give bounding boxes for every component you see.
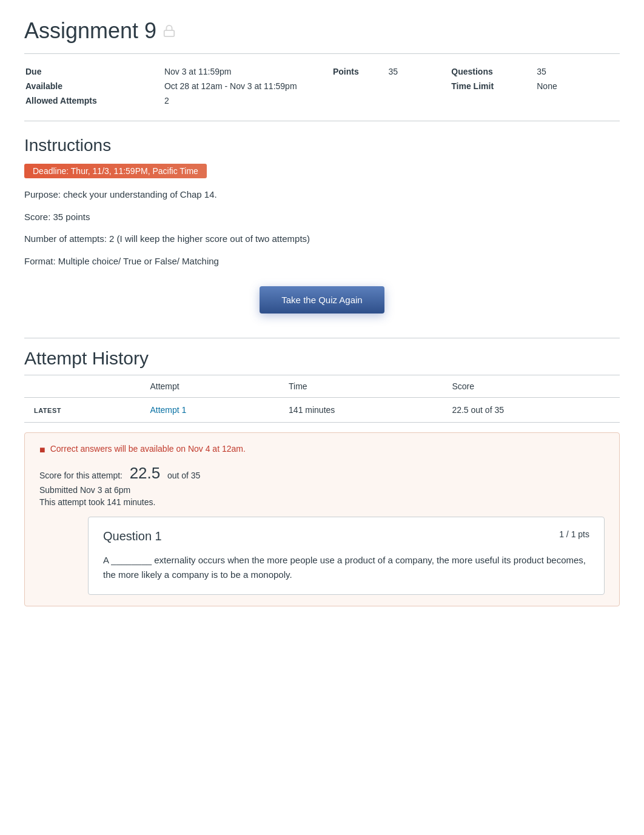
meta-attempts-label: Allowed Attempts: [25, 94, 163, 107]
question-box: Question 1 1 / 1 pts A ________ external…: [88, 517, 605, 595]
attempt-history-table: Attempt Time Score LATEST Attempt 1 141 …: [24, 375, 620, 423]
col-attempt: Attempt: [140, 375, 279, 398]
take-quiz-again-button[interactable]: Take the Quiz Again: [260, 286, 384, 314]
quiz-divider: [24, 338, 620, 338]
meta-attempts-value: 2: [164, 94, 332, 107]
submitted-line: Submitted Nov 3 at 6pm: [39, 485, 605, 495]
notice-text: Correct answers will be available on Nov…: [50, 444, 246, 454]
instructions-purpose: Purpose: check your understanding of Cha…: [24, 188, 620, 202]
attempt-link[interactable]: Attempt 1: [150, 405, 186, 415]
info-icon: ■: [39, 444, 45, 455]
meta-divider: [24, 121, 620, 121]
score-label: Score for this attempt:: [39, 471, 122, 480]
correct-answers-notice: ■ Correct answers will be available on N…: [39, 444, 605, 455]
quiz-button-container: Take the Quiz Again: [24, 286, 620, 314]
meta-points-label: Points: [333, 65, 387, 78]
meta-due-label: Due: [25, 65, 163, 78]
page-title: Assignment 9: [24, 18, 620, 44]
question-title: Question 1: [103, 529, 162, 543]
meta-table: Due Nov 3 at 11:59pm Points 35 Questions…: [24, 64, 620, 109]
title-divider: [24, 53, 620, 54]
col-badge: [24, 375, 140, 398]
attempt-detail-box: ■ Correct answers will be available on N…: [24, 432, 620, 606]
meta-timelimit-label: Time Limit: [451, 79, 535, 93]
col-time: Time: [279, 375, 442, 398]
time-taken-line: This attempt took 141 minutes.: [39, 497, 605, 507]
instructions-title: Instructions: [24, 136, 620, 155]
meta-questions-value: 35: [537, 65, 619, 78]
lock-icon: [163, 24, 176, 38]
score-value: 22.5: [130, 464, 161, 482]
col-score: Score: [442, 375, 620, 398]
latest-badge: LATEST: [34, 407, 61, 414]
meta-timelimit-value: None: [537, 79, 619, 93]
meta-points-value: 35: [388, 65, 450, 78]
instructions-score: Score: 35 points: [24, 210, 620, 224]
deadline-badge: Deadline: Thur, 11/3, 11:59PM, Pacific T…: [24, 164, 207, 178]
attempt-history-title: Attempt History: [24, 348, 620, 369]
question-header: Question 1 1 / 1 pts: [103, 529, 589, 543]
question-text: A ________ externality occurs when the m…: [103, 553, 589, 582]
svg-rect-0: [164, 30, 175, 36]
meta-due-value: Nov 3 at 11:59pm: [164, 65, 332, 78]
score-out-of: out of 35: [167, 471, 201, 480]
meta-available-label: Available: [25, 79, 163, 93]
score-line: Score for this attempt: 22.5 out of 35: [39, 464, 605, 483]
attempt-time: 141 minutes: [279, 398, 442, 423]
meta-available-value: Oct 28 at 12am - Nov 3 at 11:59pm: [164, 79, 450, 93]
attempt-score: 22.5 out of 35: [442, 398, 620, 423]
question-pts: 1 / 1 pts: [559, 529, 589, 539]
meta-questions-label: Questions: [451, 65, 535, 78]
instructions-format: Format: Multiple choice/ True or False/ …: [24, 255, 620, 269]
instructions-attempts: Number of attempts: 2 (I will keep the h…: [24, 232, 620, 246]
table-row: LATEST Attempt 1 141 minutes 22.5 out of…: [24, 398, 620, 423]
assignment-title: Assignment 9: [24, 18, 156, 44]
